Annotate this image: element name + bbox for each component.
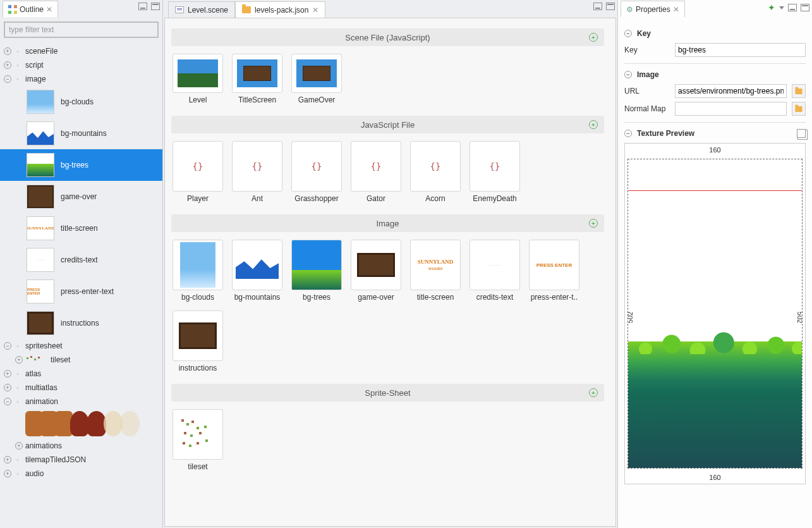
- card-grasshopper[interactable]: {}Grasshopper: [291, 141, 342, 203]
- tree-item-label: instructions: [61, 319, 99, 328]
- card-bg-clouds[interactable]: bg-clouds: [173, 240, 223, 302]
- tree-node-image[interactable]: −◦image: [0, 72, 162, 86]
- tree-item-bg-trees[interactable]: bg-trees: [0, 149, 162, 181]
- dim-width-top: 160: [709, 146, 720, 154]
- browse-button[interactable]: [792, 102, 806, 116]
- add-button[interactable]: +: [589, 219, 598, 228]
- section-image: −Image: [624, 70, 806, 79]
- close-icon[interactable]: ✕: [46, 5, 52, 14]
- card-bg-trees[interactable]: bg-trees: [291, 240, 342, 302]
- svg-rect-1: [30, 356, 32, 358]
- add-button[interactable]: +: [589, 33, 598, 42]
- card-tileset[interactable]: tileset: [173, 409, 223, 471]
- key-input[interactable]: [675, 43, 806, 57]
- properties-panel: ⚙ Properties ✕ ✦ −Key Key −Image URL: [617, 0, 812, 528]
- url-input[interactable]: [675, 84, 787, 98]
- animation-sprites-preview: [0, 408, 162, 439]
- minimize-icon[interactable]: [788, 4, 797, 11]
- minimize-icon[interactable]: [593, 3, 602, 10]
- section-preview: −Texture Preview: [624, 129, 806, 138]
- section-header-scenefile: Scene File (JavaScript) +: [171, 28, 604, 46]
- card-acorn[interactable]: {}Acorn: [410, 141, 461, 203]
- tree-item-credits-text[interactable]: · · · · · credits-text: [0, 244, 162, 276]
- tree-item-bg-clouds[interactable]: bg-clouds: [0, 86, 162, 118]
- section-header-jsfile: JavaScript File +: [171, 116, 604, 133]
- normalmap-label: Normal Map: [624, 104, 670, 113]
- add-button[interactable]: +: [589, 120, 598, 129]
- card-level[interactable]: Level: [173, 54, 223, 104]
- outline-tab[interactable]: Outline ✕: [3, 1, 58, 17]
- tree-node-tileset[interactable]: +tileset: [0, 353, 162, 367]
- card-game-over[interactable]: game-over: [351, 240, 401, 302]
- tree-item-bg-mountains[interactable]: bg-mountains: [0, 118, 162, 149]
- close-icon[interactable]: ✕: [312, 6, 318, 15]
- card-press-enter[interactable]: PRESS ENTERpress-enter-t..: [529, 240, 579, 302]
- card-bg-mountains[interactable]: bg-mountains: [232, 240, 282, 302]
- tree-node-scenefile[interactable]: +◦sceneFile: [0, 44, 162, 58]
- tree-item-label: credits-text: [61, 255, 98, 264]
- svg-rect-13: [189, 445, 191, 447]
- svg-rect-9: [190, 434, 193, 437]
- tree-item-instructions[interactable]: instructions: [0, 307, 162, 339]
- gear-icon: ⚙: [626, 5, 633, 14]
- card-gameover[interactable]: GameOver: [291, 54, 342, 104]
- properties-tabbar: ⚙ Properties ✕ ✦: [618, 0, 812, 18]
- tree-item-game-over[interactable]: game-over: [0, 181, 162, 212]
- tab-label: Level.scene: [188, 6, 228, 15]
- tree-item-label: title-screen: [61, 224, 98, 233]
- maximize-icon[interactable]: [151, 3, 160, 10]
- filter-input[interactable]: type filter text: [4, 21, 159, 38]
- tree-node-multiatlas[interactable]: +◦multiatlas: [0, 381, 162, 395]
- normalmap-input[interactable]: [675, 102, 787, 116]
- tree-node-script[interactable]: +◦script: [0, 58, 162, 72]
- properties-tab[interactable]: ⚙ Properties ✕: [621, 1, 685, 17]
- outline-icon: [8, 5, 17, 14]
- tab-label: levels-pack.json: [255, 6, 308, 15]
- menu-icon[interactable]: [779, 6, 784, 9]
- svg-rect-12: [183, 442, 185, 445]
- tree-node-audio[interactable]: +◦audio: [0, 467, 162, 481]
- card-credits-text[interactable]: · · · · · · ·credits-text: [470, 240, 520, 302]
- card-instructions[interactable]: instructions: [173, 310, 223, 372]
- tree-item-label: bg-trees: [61, 161, 88, 169]
- tree-node-tilemap[interactable]: +◦tilemapTiledJSON: [0, 453, 162, 467]
- tree-node-atlas[interactable]: +◦atlas: [0, 367, 162, 381]
- tree-item-press-enter[interactable]: PRESS ENTER press-enter-text: [0, 276, 162, 307]
- tree-node-animation[interactable]: −◦animation: [0, 395, 162, 408]
- svg-rect-15: [205, 439, 208, 442]
- svg-rect-6: [191, 421, 194, 423]
- new-page-icon[interactable]: ✦: [768, 3, 775, 13]
- copy-icon[interactable]: [797, 129, 806, 138]
- section-title: Image: [376, 219, 399, 228]
- editor-tabbar: Level.scene levels-pack.json ✕: [163, 0, 617, 18]
- svg-rect-14: [197, 442, 199, 445]
- close-icon[interactable]: ✕: [673, 5, 679, 14]
- tree-node-spritesheet[interactable]: −◦spritesheet: [0, 339, 162, 353]
- tree-node-animations[interactable]: +animations: [0, 439, 162, 453]
- outline-tabbar: Outline ✕: [0, 0, 162, 18]
- card-titlescreen[interactable]: TitleScreen: [232, 54, 282, 104]
- outline-tree: +◦sceneFile +◦script −◦image bg-clouds b…: [0, 42, 162, 528]
- dim-width-bottom: 160: [709, 474, 720, 481]
- minimize-icon[interactable]: [138, 3, 147, 10]
- section-title: Sprite-Sheet: [365, 388, 410, 398]
- folder-icon: [795, 106, 802, 112]
- card-title-screen[interactable]: SUNNYLANDWOODStitle-screen: [410, 240, 461, 302]
- tree-item-label: game-over: [61, 192, 97, 201]
- maximize-icon[interactable]: [801, 4, 809, 11]
- editor-panel: Level.scene levels-pack.json ✕ Scene Fil…: [163, 0, 617, 528]
- card-ant[interactable]: {}Ant: [232, 141, 282, 203]
- svg-rect-10: [199, 432, 202, 434]
- folder-icon: [795, 89, 802, 94]
- editor-content[interactable]: Scene File (JavaScript) + Level TitleScr…: [165, 18, 615, 526]
- tab-level-scene[interactable]: Level.scene: [168, 1, 235, 18]
- maximize-icon[interactable]: [606, 3, 615, 10]
- add-button[interactable]: +: [589, 388, 598, 397]
- card-player[interactable]: {}Player: [173, 141, 223, 203]
- tree-item-title-screen[interactable]: SUNNYLAND title-screen: [0, 212, 162, 244]
- card-gator[interactable]: {}Gator: [351, 141, 401, 203]
- card-enemydeath[interactable]: {}EnemyDeath: [470, 141, 520, 203]
- tab-levels-pack[interactable]: levels-pack.json ✕: [235, 1, 325, 18]
- browse-button[interactable]: [792, 84, 806, 98]
- texture-preview: 160 160 502 502: [624, 143, 806, 484]
